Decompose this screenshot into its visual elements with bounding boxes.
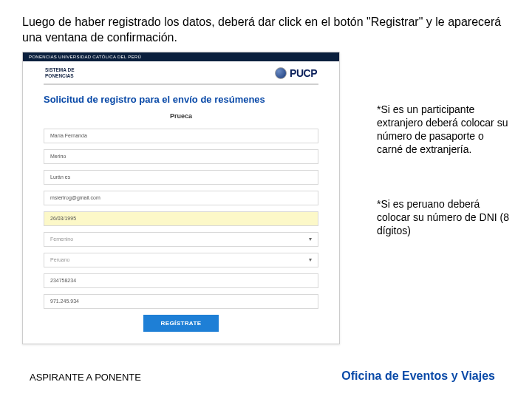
field-value: María Fernanda [50, 133, 87, 138]
nationality-select[interactable]: Peruano▾ [44, 253, 318, 267]
field-value: 971.245.934 [50, 299, 79, 304]
instruction-text: Luego de haber registrado los datos, deb… [22, 15, 510, 46]
register-button[interactable]: REGÍSTRATE [143, 315, 219, 332]
browser-titlebar: PONENCIAS UNIVERSIDAD CATÓLICA DEL PERÚ [23, 52, 339, 61]
field-value: Merino [50, 154, 66, 159]
maternal-surname-field[interactable]: Lurán es [44, 170, 318, 185]
registration-form: Solicitud de registro para el envío de r… [23, 85, 339, 344]
field-placeholder: Peruano [50, 257, 69, 262]
birthdate-field[interactable]: 26/03/1995 [44, 211, 318, 226]
note-peruvian-dni: *Si es peruano deberá colocar su número … [377, 198, 510, 238]
paternal-surname-field[interactable]: Merino [44, 149, 318, 164]
field-value: 26/03/1995 [50, 216, 76, 221]
pucp-text: PUCP [290, 67, 317, 79]
chevron-down-icon: ▾ [309, 236, 312, 242]
pucp-seal-icon [275, 67, 287, 79]
sistema-ponencias-label: SISTEMA DE PONENCIAS [45, 67, 75, 78]
field-value: Lurán es [50, 174, 70, 180]
form-subtitle: Prueca [44, 112, 318, 120]
app-header: SISTEMA DE PONENCIAS PUCP [23, 61, 339, 83]
pucp-logo: PUCP [275, 67, 317, 79]
document-number-field[interactable]: 234758234 [44, 273, 318, 288]
footer-role: ASPIRANTE A PONENTE [30, 372, 141, 383]
email-field[interactable]: msierlrog@gmail.com [44, 191, 318, 205]
field-placeholder: Femenino [50, 236, 73, 242]
form-title: Solicitud de registro para el envío de r… [44, 94, 318, 105]
gender-select[interactable]: Femenino▾ [44, 232, 318, 247]
embedded-screenshot: PONENCIAS UNIVERSIDAD CATÓLICA DEL PERÚ … [22, 52, 340, 344]
phone-field[interactable]: 971.245.934 [44, 294, 318, 309]
submit-wrap: REGÍSTRATE [44, 315, 318, 332]
footer-office: Oficina de Eventos y Viajes [341, 369, 495, 383]
sistema-line1: SISTEMA DE [45, 67, 75, 72]
first-name-field[interactable]: María Fernanda [44, 129, 318, 143]
field-value: 234758234 [50, 278, 76, 283]
chevron-down-icon: ▾ [309, 256, 312, 263]
field-value: msierlrog@gmail.com [50, 195, 100, 200]
sistema-line2: PONENCIAS [45, 73, 75, 78]
note-foreign-participant: *Si es un participante extranjero deberá… [377, 103, 510, 157]
